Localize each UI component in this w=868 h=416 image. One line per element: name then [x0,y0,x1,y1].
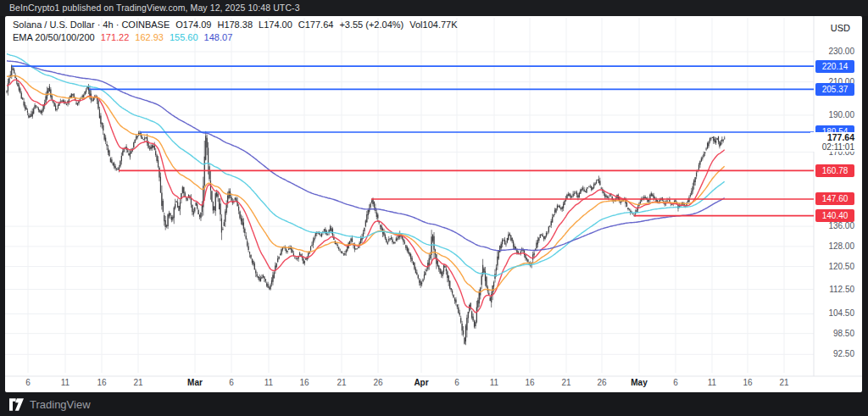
quote-value: +3.55 (+2.04%) [339,19,403,30]
ema-values: 171.22162.93155.60148.07 [95,32,233,42]
attribution-banner: BeInCrypto1 published on TradingView.com… [0,0,868,16]
time-tick-day: 6 [661,378,690,387]
quote-value: L174.00 [259,19,292,30]
symbol-header: Solana / U.S. Dollar · 4h · COINBASEO174… [13,19,458,30]
price-level-badge: 140.40 [815,209,854,222]
ohlc-values: O174.09H178.38L174.00C177.64+3.55 (+2.04… [170,19,457,30]
time-tick-day: 16 [87,378,116,387]
price-tick-label: 136.00 [812,220,854,232]
price-tick-label: 112.50 [812,284,854,296]
price-tick-label: 104.50 [812,308,854,319]
price-tick-label: 120.50 [812,261,854,273]
tradingview-published-chart: { "banner": { "text": "BeInCrypto1 publi… [0,0,868,416]
time-tick-day: 11 [51,378,80,387]
current-price-label: 177.6402:11:01 [810,132,854,152]
time-axis: 6111621Mar611162126Apr611162126May611162… [5,376,862,392]
price-tick-label: 190.00 [812,109,854,121]
time-tick-day: 11 [698,378,726,387]
tradingview-logo-icon [9,398,24,411]
chart-panel: Solana / U.S. Dollar · 4h · COINBASEO174… [5,16,862,392]
ema-value: 171.22 [101,32,130,42]
bar-countdown: 02:11:01 [810,142,854,152]
price-tick-label: 128.00 [812,241,854,252]
quote-value: H178.38 [217,19,253,30]
time-tick-day: 26 [364,378,392,387]
price-tick-label: 98.50 [812,328,854,340]
time-tick-day: 6 [442,378,471,387]
tradingview-wordmark: TradingView [30,398,91,411]
ema-value: 162.93 [135,32,164,42]
price-tick-label: 92.50 [812,348,854,360]
chart-canvas [5,16,862,392]
time-tick-month: Apr [407,378,436,387]
footer-bar: TradingView [0,392,868,416]
price-axis: USD 230.00210.00190.00170.00136.00128.00… [811,16,862,392]
time-tick-month: May [625,378,654,387]
indicator-legend: EMA 20/50/100/200171.22162.93155.60148.0… [13,32,232,42]
time-tick-day: 11 [254,378,283,387]
price-level-badge: 205.37 [815,83,854,96]
symbol-title: Solana / U.S. Dollar · 4h · COINBASE [13,19,170,30]
time-tick-day: 16 [515,378,544,387]
time-tick-day: 21 [124,378,153,387]
ema-value: 155.60 [170,32,198,42]
quote-value: Vol104.77K [409,19,457,30]
time-tick-day: 6 [217,378,246,387]
time-tick-month: Mar [181,378,209,387]
price-level-badge: 147.60 [815,192,854,205]
time-tick-day: 6 [14,378,42,387]
quote-value: C177.64 [298,19,334,30]
price-level-badge: 220.14 [815,60,854,73]
time-tick-day: 16 [733,378,762,387]
time-tick-day: 21 [327,378,356,387]
attribution-text: BeInCrypto1 published on TradingView.com… [9,3,300,13]
time-tick-day: 21 [552,378,581,387]
time-tick-day: 21 [770,378,798,387]
time-tick-day: 16 [290,378,319,387]
currency-label: USD [831,23,850,33]
last-price: 177.64 [810,132,854,142]
ema-label: EMA 20/50/100/200 [13,32,95,42]
quote-value: O174.09 [175,19,211,30]
price-level-badge: 160.78 [815,164,854,177]
ema-value: 148.07 [204,32,233,42]
price-tick-label: 230.00 [812,46,854,58]
time-tick-day: 11 [480,378,509,387]
time-tick-day: 26 [587,378,616,387]
